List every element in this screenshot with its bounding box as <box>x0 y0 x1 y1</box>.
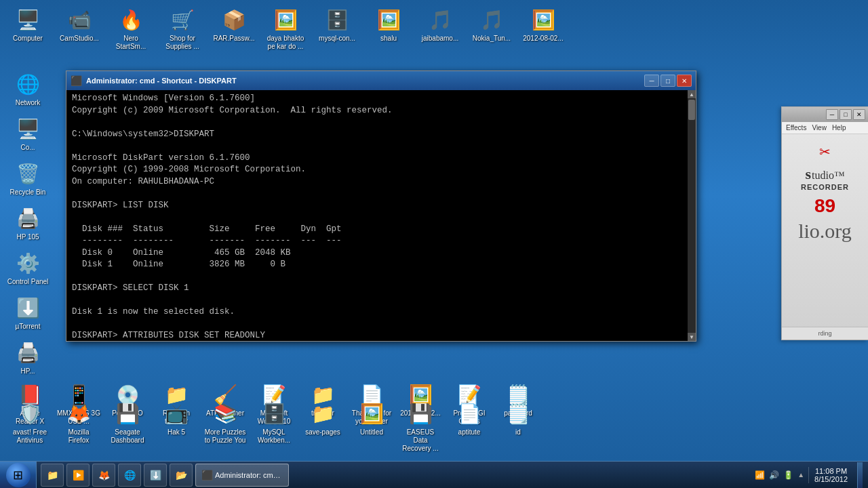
desktop-icon-utorrent[interactable]: ⬇️ µTorrent <box>3 291 52 333</box>
desktop-icon-mysql[interactable]: 🗄️ mysql-con... <box>313 3 361 54</box>
taskbar-item-firefox_tb[interactable]: 🦊 <box>92 464 115 487</box>
desktop-icon-controlpanel[interactable]: ⚙️ Control Panel <box>3 247 52 289</box>
taskbar-item-explorer[interactable]: 📁 <box>41 464 64 487</box>
icon-img-mysql: 🗄️ <box>323 6 351 33</box>
icon-label-easeus: EASEUS Data Recovery ... <box>399 428 442 453</box>
start-orb: ⊞ <box>6 463 31 487</box>
icon-label-nero: Nero StartSm... <box>109 35 153 51</box>
taskbar-item-foldertb[interactable]: 📂 <box>170 464 193 487</box>
desktop-icon-mysql2[interactable]: 🗄️ MySQL Workben... <box>250 397 298 455</box>
side-panel-help-menu[interactable]: Help <box>832 124 846 131</box>
icon-label-mysql: mysql-con... <box>319 35 355 43</box>
desktop-icon-computer[interactable]: 🖥️ Computer <box>3 3 52 54</box>
icon-label-savepages: save-pages <box>305 428 340 436</box>
icon-label-untitled: Untitled <box>360 428 383 436</box>
taskbar-item-chrome[interactable]: 🌐 <box>118 464 141 487</box>
desktop-icon-shalu[interactable]: 🖼️ shalu <box>364 3 413 54</box>
taskbar-icon-chrome: 🌐 <box>124 470 135 481</box>
icon-label-controlpanel: Control Panel <box>7 278 49 286</box>
icon-label-hp2: HP... <box>21 367 35 375</box>
icon-img-untitled: 🖼️ <box>358 400 385 427</box>
desktop-icon-aptitude[interactable]: 📄 aptitute <box>445 397 494 455</box>
cmd-output: Microsoft Windows [Version 6.1.7600] Cop… <box>72 93 682 341</box>
side-panel-close[interactable]: ✕ <box>853 109 865 120</box>
icon-img-shalu: 🖼️ <box>375 6 402 33</box>
desktop-icon-img2012[interactable]: 🖼️ 2012-08-02... <box>519 3 568 54</box>
cmd-restore-button[interactable]: □ <box>660 75 675 87</box>
side-panel-footer: rding <box>782 327 868 340</box>
desktop-icon-shop[interactable]: 🛒 Shop for Supplies ... <box>158 3 207 54</box>
icon-img-savepages: 📁 <box>309 400 336 427</box>
side-panel-restore[interactable]: □ <box>840 109 852 120</box>
show-desktop-button[interactable] <box>857 462 863 488</box>
desktop-icon-easeus[interactable]: 💾 EASEUS Data Recovery ... <box>396 397 445 455</box>
cmd-close-button[interactable]: ✕ <box>677 75 692 87</box>
icon-img-mysql2: 🗄️ <box>260 400 288 427</box>
desktop-icon-recycle[interactable]: 🗑️ Recycle Bin <box>3 157 52 199</box>
taskbar-icon-utorrent_tb: ⬇️ <box>150 470 161 481</box>
desktop-icon-morepuzzles[interactable]: 📚 More Puzzles to Puzzle You <box>201 397 250 455</box>
cmd-window: ⬛ Administrator: cmd - Shortcut - DISKPA… <box>66 70 696 342</box>
desktop-icon-nokia[interactable]: 🎵 Nokia_Tun... <box>467 3 516 54</box>
icon-img-computer: 🖥️ <box>14 6 41 33</box>
side-panel-tudio-label: tudio™ <box>812 169 845 182</box>
icon-img-id: 🗒️ <box>505 400 532 427</box>
icon-label-daya: daya bhakto pe kar do ... <box>264 35 307 51</box>
cmd-terminal-content[interactable]: Microsoft Windows [Version 6.1.7600] Cop… <box>66 90 688 341</box>
taskbar-label-cmd_tb: Administrator: cmd... <box>215 471 283 479</box>
side-panel-view-menu[interactable]: View <box>812 124 827 131</box>
scrollbar-up-button[interactable]: ▲ <box>688 90 696 98</box>
desktop-icon-firefox[interactable]: 🦊 Mozilla Firefox <box>54 397 103 455</box>
desktop-icon-hak5[interactable]: 📺 Hak 5 <box>152 397 201 455</box>
system-tray: 📶 🔊 🔋 ▲ 11:08 PM 8/15/2012 <box>749 462 868 488</box>
system-clock[interactable]: 11:08 PM 8/15/2012 <box>808 467 853 483</box>
icon-img-shop: 🛒 <box>169 6 196 33</box>
icon-img-avast: 🛡️ <box>16 400 43 427</box>
desktop-icon-jaibabamo[interactable]: 🎵 jaibabamo... <box>416 3 465 54</box>
desktop-icon-network[interactable]: 🌐 Network <box>3 68 52 110</box>
desktop-icon-seagate[interactable]: 💾 Seagate Dashboard <box>103 397 152 455</box>
desktop-icon-camstudio[interactable]: 📹 CamStudio... <box>55 3 104 54</box>
icon-label-img2012: 2012-08-02... <box>523 35 564 43</box>
side-panel-titlebar: ─ □ ✕ <box>782 107 868 122</box>
icon-img-rarpassw: 📦 <box>220 6 248 33</box>
desktop-icon-rarpassw[interactable]: 📦 RAR.Passw... <box>210 3 258 54</box>
side-panel-body: ✂ s tudio™ RECORDER 89 lio.org <box>782 134 868 245</box>
side-panel-number: 89 <box>814 195 835 217</box>
desktop-icon-hp2[interactable]: 🖨️ HP... <box>3 336 52 378</box>
cmd-minimize-button[interactable]: ─ <box>644 75 659 87</box>
desktop-icon-id[interactable]: 🗒️ id <box>494 397 542 455</box>
taskbar-icon-cmd_tb: ⬛ <box>201 470 212 481</box>
start-button[interactable]: ⊞ <box>0 462 37 489</box>
icon-label-shop: Shop for Supplies ... <box>161 35 204 51</box>
bottom-row-2: 🛡️ avast! Free Antivirus 🦊 Mozilla Firef… <box>0 397 868 455</box>
scrollbar-down-button[interactable]: ▼ <box>688 333 696 341</box>
taskbar-item-mediaplayer[interactable]: ▶️ <box>66 464 90 487</box>
side-panel-scissors-icon[interactable]: ✂ <box>819 144 831 160</box>
side-panel-effects-menu[interactable]: Effects <box>786 124 806 131</box>
side-panel-recorder-label: RECORDER <box>801 183 849 191</box>
icon-label-shalu: shalu <box>380 35 397 43</box>
desktop-icon-control[interactable]: 🖥️ Co... <box>3 113 52 155</box>
tray-volume-icon: 🔊 <box>769 470 779 480</box>
icon-img-hp105: 🖨️ <box>14 205 41 232</box>
desktop-icon-hp105[interactable]: 🖨️ HP 105 <box>3 202 52 244</box>
side-panel-menu: Effects View Help <box>782 122 868 134</box>
desktop-icon-nero[interactable]: 🔥 Nero StartSm... <box>106 3 155 54</box>
icon-label-avast: avast! Free Antivirus <box>8 428 52 445</box>
taskbar-item-cmd_tb[interactable]: ⬛ Administrator: cmd... <box>195 464 289 487</box>
desktop-icon-savepages[interactable]: 📁 save-pages <box>298 397 347 455</box>
cmd-scrollbar[interactable]: ▲ ▼ <box>688 90 696 341</box>
tray-arrow[interactable]: ▲ <box>797 471 804 479</box>
icon-img-easeus: 💾 <box>407 400 434 427</box>
scrollbar-thumb[interactable] <box>688 100 695 120</box>
desktop-icon-untitled[interactable]: 🖼️ Untitled <box>347 397 396 455</box>
icon-img-seagate: 💾 <box>114 400 141 427</box>
icon-label-network: Network <box>16 99 41 107</box>
taskbar-item-utorrent_tb[interactable]: ⬇️ <box>144 464 167 487</box>
side-panel-minimize[interactable]: ─ <box>826 109 838 120</box>
desktop-icon-daya[interactable]: 🖼️ daya bhakto pe kar do ... <box>261 3 310 54</box>
icon-img-controlpanel: ⚙️ <box>14 249 41 277</box>
icon-img-daya: 🖼️ <box>272 6 299 33</box>
desktop-icon-avast[interactable]: 🛡️ avast! Free Antivirus <box>5 397 54 455</box>
